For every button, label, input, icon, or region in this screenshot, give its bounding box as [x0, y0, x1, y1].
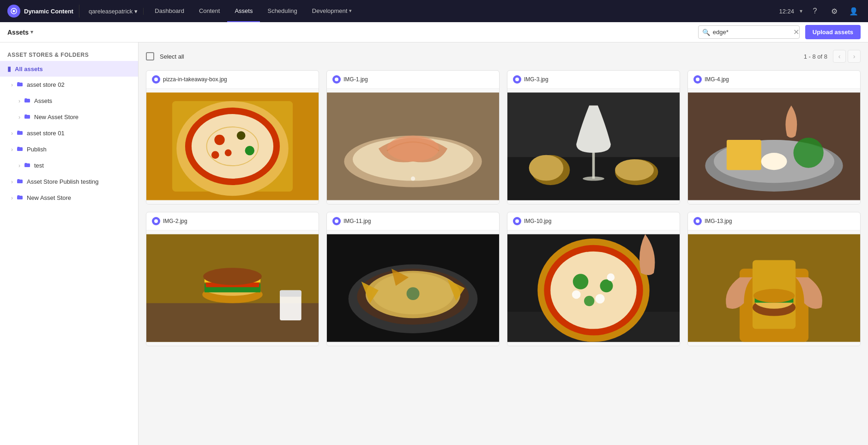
nav-time-chevron: ▾ — [800, 8, 802, 14]
asset-card-header-7: IMG-10.jpg — [507, 212, 680, 230]
asset-card-8[interactable]: IMG-13.jpg — [687, 212, 861, 346]
workspace-chevron: ▾ — [134, 8, 138, 15]
folder-icon-5 — [17, 145, 23, 153]
sidebar-item-asset-store-publish-testing[interactable]: › Asset Store Publish testing — [0, 174, 138, 190]
asset-type-icon-4 — [693, 75, 702, 84]
development-chevron: ▾ — [349, 8, 352, 14]
nav-item-content[interactable]: Content — [192, 0, 228, 22]
svg-point-69 — [607, 273, 615, 281]
asset-image-7 — [507, 230, 680, 346]
select-all-label[interactable]: Select all — [160, 53, 184, 60]
folder-icon-8 — [17, 194, 23, 202]
pagination-buttons: ‹ › — [833, 50, 861, 63]
asset-card-6[interactable]: IMG-11.jpg — [326, 212, 500, 346]
svg-rect-7 — [24, 163, 30, 167]
asset-name-8: IMG-13.jpg — [705, 218, 732, 224]
asset-type-icon-5 — [152, 217, 160, 225]
sidebar-item-test[interactable]: › test — [0, 157, 138, 174]
sidebar-item-asset-store-01[interactable]: › asset store 01 — [0, 125, 138, 141]
top-navigation: Dynamic Content qareleasepatrick ▾ Dashb… — [0, 0, 868, 22]
svg-rect-2 — [17, 83, 23, 86]
logo-icon — [7, 5, 20, 18]
help-button[interactable]: ? — [808, 4, 822, 18]
content-area: Select all 1 - 8 of 8 ‹ › pizza-in-takea… — [139, 42, 868, 445]
nav-item-development[interactable]: Development ▾ — [305, 0, 360, 22]
svg-point-1 — [13, 10, 15, 12]
svg-point-33 — [615, 159, 654, 181]
assets-title[interactable]: Assets ▾ — [7, 29, 33, 36]
sidebar-item-new-asset-store-1[interactable]: › New Asset Store — [0, 109, 138, 125]
settings-button[interactable]: ⚙ — [827, 4, 841, 18]
svg-point-16 — [237, 131, 246, 140]
svg-point-59 — [407, 287, 420, 300]
select-all-checkbox[interactable] — [146, 52, 154, 60]
user-icon: 👤 — [849, 7, 858, 16]
help-icon: ? — [813, 7, 817, 15]
asset-name-2: IMG-1.jpg — [344, 76, 368, 83]
assets-bar: Assets ▾ 🔍 ✕ Upload assets — [0, 22, 868, 42]
svg-point-65 — [573, 274, 589, 289]
asset-name-1: pizza-in-takeaway-box.jpg — [163, 76, 227, 83]
folder-icon — [17, 81, 23, 89]
pagination-info: 1 - 8 of 8 — [804, 53, 827, 60]
asset-card-header-4: IMG-4.jpg — [688, 71, 860, 89]
svg-point-64 — [550, 252, 637, 329]
asset-card-3[interactable]: IMG-3.jpg — [507, 70, 680, 204]
sidebar-item-assets[interactable]: › Assets — [0, 93, 138, 109]
asset-card-1[interactable]: pizza-in-takeaway-box.jpg — [146, 70, 319, 204]
sidebar-item-asset-store-02[interactable]: › asset store 02 — [0, 77, 138, 93]
workspace-selector[interactable]: qareleasepatrick ▾ — [83, 8, 144, 15]
asset-card-4[interactable]: IMG-4.jpg — [687, 70, 861, 204]
svg-rect-38 — [727, 140, 761, 170]
svg-point-68 — [572, 290, 581, 299]
folder-icon-3 — [24, 113, 30, 121]
svg-point-15 — [214, 135, 224, 145]
user-button[interactable]: 👤 — [847, 4, 861, 18]
chevron-right-icon-4: › — [11, 130, 13, 137]
chevron-right-icon: › — [11, 82, 13, 88]
sidebar-item-new-asset-store-2[interactable]: › New Asset Store — [0, 190, 138, 206]
svg-rect-8 — [17, 180, 23, 183]
chevron-right-icon-6: › — [18, 162, 20, 169]
sidebar-item-publish[interactable]: › Publish — [0, 141, 138, 157]
folder-icon-6 — [24, 162, 30, 169]
upload-assets-button[interactable]: Upload assets — [805, 25, 861, 39]
svg-point-31 — [529, 155, 564, 181]
workspace-name: qareleasepatrick — [89, 8, 133, 15]
search-input[interactable] — [713, 29, 790, 36]
asset-name-6: IMG-11.jpg — [344, 218, 371, 224]
svg-point-17 — [225, 150, 232, 156]
folder-icon-2 — [24, 97, 30, 105]
svg-point-40 — [761, 153, 787, 170]
chevron-right-icon-8: › — [11, 195, 13, 201]
pagination-prev-button[interactable]: ‹ — [833, 50, 846, 63]
folder-icon-4 — [17, 129, 23, 137]
svg-point-67 — [584, 296, 594, 306]
asset-card-header-5: IMG-2.jpg — [146, 212, 319, 230]
asset-card-header-3: IMG-3.jpg — [507, 71, 680, 89]
pagination-next-button[interactable]: › — [848, 50, 861, 63]
asset-type-icon-2 — [332, 75, 341, 84]
nav-items: Dashboard Content Assets Scheduling Deve… — [147, 0, 779, 22]
chevron-right-icon-7: › — [11, 179, 13, 185]
asset-card-7[interactable]: IMG-10.jpg — [507, 212, 680, 346]
asset-type-icon-6 — [332, 217, 341, 225]
nav-item-dashboard[interactable]: Dashboard — [147, 0, 192, 22]
search-clear-button[interactable]: ✕ — [793, 28, 799, 36]
nav-time: 12:24 — [779, 8, 794, 15]
svg-point-48 — [203, 268, 262, 285]
sidebar-item-all-assets[interactable]: ▮ All assets — [0, 61, 138, 77]
assets-title-chevron: ▾ — [30, 29, 33, 35]
asset-card-5[interactable]: IMG-2.jpg — [146, 212, 319, 346]
svg-point-19 — [211, 151, 219, 159]
nav-item-assets[interactable]: Assets — [227, 0, 260, 22]
svg-point-39 — [793, 138, 823, 168]
svg-rect-28 — [592, 153, 595, 179]
main-layout: Asset stores & folders ▮ All assets › as… — [0, 42, 868, 445]
nav-item-scheduling[interactable]: Scheduling — [260, 0, 304, 22]
asset-type-icon-8 — [693, 217, 702, 225]
svg-point-24 — [411, 176, 415, 180]
app-logo[interactable]: Dynamic Content — [7, 5, 79, 18]
asset-card-2[interactable]: IMG-1.jpg — [326, 70, 500, 204]
svg-point-14 — [192, 114, 273, 179]
